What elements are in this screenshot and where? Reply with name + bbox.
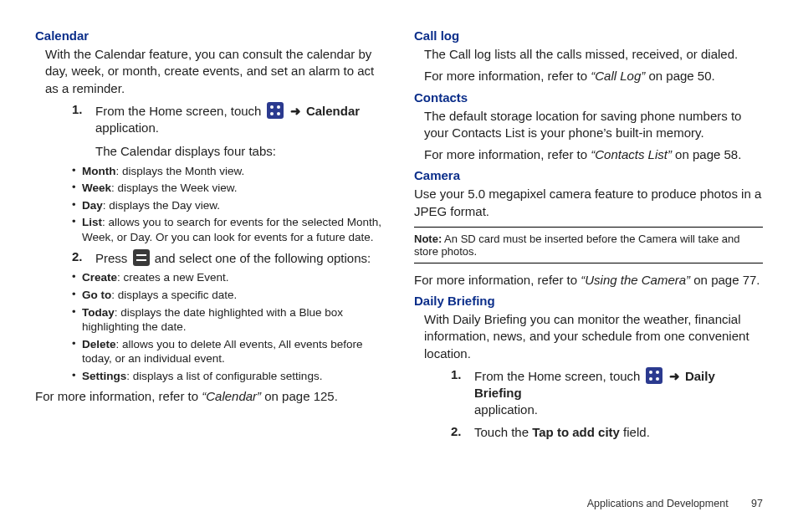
left-column: Calendar With the Calendar feature, you …: [35, 25, 399, 489]
label: Go to: [82, 289, 111, 301]
arrow-icon: ➜: [669, 368, 680, 385]
note-text: An SD card must be inserted before the C…: [414, 233, 739, 258]
bullet-content: Today: displays the date highlighted wit…: [82, 305, 384, 335]
heading-daily-briefing: Daily Briefing: [414, 294, 763, 308]
text: on page 58.: [675, 147, 741, 161]
bullet-day: • Day: displays the Day view.: [72, 198, 384, 213]
bullet-content: Delete: allows you to delete All events,…: [82, 337, 384, 366]
reference: “Contacts List”: [591, 147, 675, 161]
text: Press: [95, 251, 131, 265]
calendar-step-1: 1. From the Home screen, touch ➜ Calenda…: [35, 102, 384, 161]
reference: “Using the Camera”: [581, 273, 693, 287]
calllog-text: The Call log lists all the calls missed,…: [414, 46, 763, 63]
label: Month: [82, 165, 115, 177]
text: From the Home screen, touch: [474, 369, 644, 383]
calendar-label: Calendar: [306, 104, 360, 118]
text: : allows you to search for events for th…: [82, 216, 381, 243]
page-footer: Applications and Development 97: [0, 498, 798, 509]
text: : displays a list of configurable settin…: [126, 370, 322, 382]
step-number: 2.: [72, 249, 95, 267]
label: Week: [82, 182, 111, 194]
bullet-dot: •: [72, 215, 82, 244]
label: Create: [82, 271, 117, 284]
apps-grid-icon: [646, 367, 662, 384]
bullet-dot: •: [72, 181, 82, 196]
step-number: 1.: [72, 102, 95, 161]
tap-to-add-city-label: Tap to add city: [532, 425, 620, 439]
daily-text: With Daily Briefing you can monitor the …: [414, 311, 763, 362]
svg-point-1: [270, 105, 274, 109]
apps-grid-icon: [267, 102, 284, 119]
contacts-text: The default storage location for saving …: [414, 108, 763, 142]
bullet-content: Week: displays the Week view.: [82, 181, 384, 196]
text: : displays the Day view.: [103, 199, 220, 212]
calendar-more-info: For more information, refer to “Calendar…: [35, 388, 384, 405]
text: on page 50.: [648, 69, 714, 83]
bullet-content: Go to: displays a specific date.: [82, 288, 384, 303]
menu-key-icon: [133, 249, 150, 266]
page-body: Calendar With the Calendar feature, you …: [0, 0, 798, 498]
text: application.: [95, 120, 384, 136]
bullet-dot: •: [72, 270, 82, 285]
footer-section: Applications and Development: [587, 498, 729, 509]
text: field.: [620, 425, 650, 439]
text: : displays the Month view.: [115, 165, 244, 177]
text: For more information, refer to: [424, 69, 591, 83]
bullet-dot: •: [72, 305, 82, 335]
text: and select one of the following options:: [155, 251, 371, 265]
calendar-intro: With the Calendar feature, you can consu…: [35, 46, 384, 97]
bullet-dot: •: [72, 288, 82, 303]
bullet-goto: • Go to: displays a specific date.: [72, 288, 384, 303]
text: : allows you to delete All events, All e…: [82, 338, 362, 366]
label: Settings: [82, 370, 126, 382]
svg-rect-5: [133, 249, 150, 266]
text: on page 77.: [693, 273, 760, 287]
contacts-more-info: For more information, refer to “Contacts…: [414, 146, 763, 163]
label: Delete: [82, 338, 116, 350]
bullet-dot: •: [72, 369, 82, 384]
heading-call-log: Call log: [414, 28, 763, 43]
label: List: [82, 216, 102, 228]
text: : displays a specific date.: [111, 289, 237, 301]
svg-point-10: [656, 371, 659, 374]
heading-camera: Camera: [414, 168, 763, 182]
step-body: Touch the Tap to add city field.: [474, 424, 763, 441]
text: : creates a new Event.: [117, 271, 229, 284]
arrow-icon: ➜: [290, 103, 301, 120]
bullet-dot: •: [72, 337, 82, 366]
bullet-content: Settings: displays a list of configurabl…: [82, 369, 384, 384]
bullet-list: • List: allows you to search for events …: [72, 215, 384, 244]
bullet-delete: • Delete: allows you to delete All event…: [72, 337, 384, 366]
calendar-step-2: 2. Press and select one of the following…: [35, 249, 384, 267]
svg-point-4: [277, 112, 280, 115]
text: application.: [474, 402, 763, 418]
reference: “Call Log”: [591, 69, 648, 83]
text: For more information, refer to: [414, 273, 581, 287]
text: : displays the date highlighted with a B…: [82, 306, 343, 334]
step-number: 2.: [451, 424, 474, 441]
step-body: From the Home screen, touch ➜ Daily Brie…: [474, 367, 763, 419]
text: For more information, refer to: [35, 389, 202, 403]
daily-step-2: 2. Touch the Tap to add city field.: [414, 424, 763, 441]
svg-point-2: [277, 105, 280, 109]
calllog-more-info: For more information, refer to “Call Log…: [414, 68, 763, 84]
bullet-dot: •: [72, 198, 82, 213]
bullet-dot: •: [72, 164, 82, 179]
step-body: From the Home screen, touch ➜ Calendar a…: [95, 102, 384, 161]
svg-point-11: [649, 377, 652, 381]
bullet-week: • Week: displays the Week view.: [72, 181, 384, 196]
svg-rect-7: [136, 259, 146, 261]
bullet-create: • Create: creates a new Event.: [72, 270, 384, 285]
text: : displays the Week view.: [111, 182, 238, 194]
svg-point-12: [656, 377, 659, 381]
bullet-settings: • Settings: displays a list of configura…: [72, 369, 384, 384]
label: Day: [82, 199, 103, 212]
note-label: Note:: [414, 233, 442, 245]
text: From the Home screen, touch: [95, 104, 265, 118]
svg-point-9: [649, 371, 652, 374]
bullet-content: Day: displays the Day view.: [82, 198, 384, 213]
step-body: Press and select one of the following op…: [95, 249, 384, 267]
svg-rect-6: [136, 254, 146, 256]
bullet-today: • Today: displays the date highlighted w…: [72, 305, 384, 335]
right-column: Call log The Call log lists all the call…: [399, 25, 763, 489]
